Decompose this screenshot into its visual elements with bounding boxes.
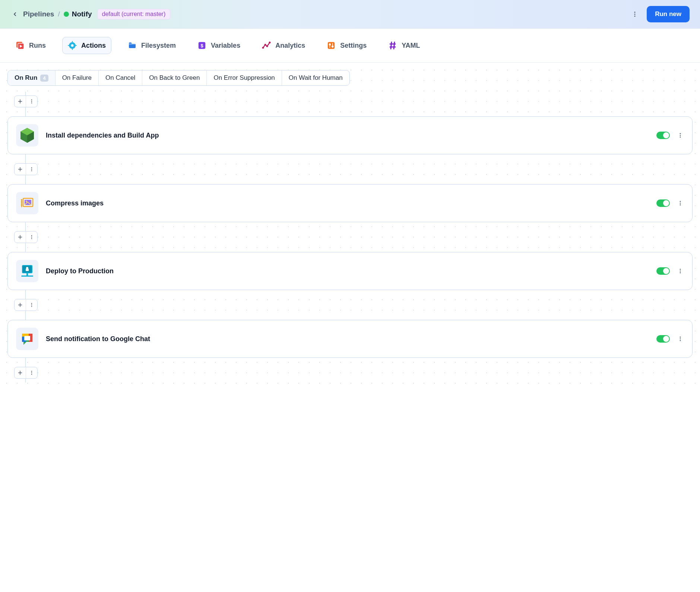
- header-more-button[interactable]: [628, 7, 642, 21]
- svg-point-65: [31, 306, 32, 307]
- trigger-on-failure[interactable]: On Failure: [56, 70, 99, 85]
- svg-point-41: [31, 169, 32, 170]
- add-action-bar: [14, 231, 38, 243]
- svg-point-35: [680, 133, 681, 134]
- svg-point-63: [31, 303, 32, 304]
- tab-label: Filesystem: [141, 42, 176, 50]
- back-button[interactable]: [10, 10, 19, 19]
- add-action-button[interactable]: [15, 96, 26, 107]
- action-card[interactable]: Compress images: [7, 184, 693, 222]
- trigger-tabs: On Run 4 On Failure On Cancel On Back to…: [7, 70, 350, 86]
- action-card[interactable]: Install dependencies and Build App: [7, 116, 693, 154]
- hash-icon: [388, 41, 397, 50]
- action-more-button[interactable]: [677, 334, 684, 344]
- tab-variables[interactable]: $ Variables: [192, 37, 246, 54]
- svg-rect-11: [75, 45, 77, 46]
- trigger-on-cancel[interactable]: On Cancel: [99, 70, 142, 85]
- play-stack-icon: [16, 41, 25, 50]
- svg-point-40: [31, 167, 32, 168]
- plus-icon: [18, 167, 23, 172]
- compress-image-icon: [16, 192, 38, 214]
- action-card[interactable]: Send notification to Google Chat: [7, 320, 693, 358]
- tab-runs[interactable]: Runs: [10, 37, 51, 54]
- svg-point-37: [680, 136, 681, 138]
- add-action-button[interactable]: [15, 367, 26, 378]
- add-action-more-button[interactable]: [26, 164, 37, 175]
- dots-vertical-icon: [29, 302, 34, 308]
- svg-point-1: [634, 14, 636, 15]
- action-card-controls: [656, 198, 684, 208]
- trigger-label: On Wait for Human: [289, 74, 343, 82]
- status-dot-icon: [64, 12, 69, 17]
- svg-line-25: [391, 42, 392, 49]
- svg-point-59: [680, 271, 681, 272]
- svg-point-36: [680, 135, 681, 136]
- folder-icon: [128, 41, 137, 50]
- svg-point-14: [262, 47, 264, 49]
- svg-point-31: [31, 103, 32, 103]
- svg-rect-9: [72, 48, 73, 50]
- add-action-button[interactable]: [15, 232, 26, 243]
- tab-yaml[interactable]: YAML: [383, 37, 425, 54]
- svg-point-30: [31, 101, 32, 102]
- trigger-on-error-suppression[interactable]: On Error Suppression: [207, 70, 282, 85]
- add-action-more-button[interactable]: [26, 232, 37, 243]
- action-card[interactable]: Deploy to Production: [7, 252, 693, 290]
- svg-point-0: [634, 12, 636, 13]
- dots-vertical-icon: [29, 167, 34, 172]
- action-card-controls: [656, 130, 684, 141]
- dots-vertical-icon: [677, 336, 683, 342]
- deploy-server-icon: [16, 260, 38, 282]
- dots-vertical-icon: [29, 234, 34, 240]
- action-enabled-toggle[interactable]: [656, 199, 670, 207]
- svg-point-29: [31, 100, 32, 100]
- svg-rect-18: [328, 42, 335, 49]
- header-right: Run new: [628, 6, 690, 22]
- svg-point-52: [31, 237, 32, 237]
- tab-settings[interactable]: Settings: [322, 37, 372, 54]
- action-enabled-toggle[interactable]: [656, 132, 670, 139]
- tab-analytics[interactable]: Analytics: [257, 37, 310, 54]
- add-action-button[interactable]: [15, 299, 26, 311]
- svg-point-72: [680, 340, 681, 341]
- action-more-button[interactable]: [677, 198, 684, 208]
- svg-point-45: [26, 201, 27, 202]
- breadcrumb-root[interactable]: Pipelines: [23, 10, 54, 18]
- trigger-on-wait-for-human[interactable]: On Wait for Human: [282, 70, 349, 85]
- dots-vertical-icon: [677, 132, 683, 138]
- run-new-button[interactable]: Run new: [647, 6, 690, 22]
- dots-vertical-icon: [677, 200, 683, 206]
- branch-chip[interactable]: default (current: master): [97, 9, 171, 19]
- plus-icon: [18, 234, 23, 240]
- trigger-label: On Back to Green: [149, 74, 200, 82]
- trigger-on-run[interactable]: On Run 4: [8, 70, 56, 85]
- svg-text:$: $: [201, 43, 203, 48]
- add-action-more-button[interactable]: [26, 299, 37, 311]
- svg-point-2: [634, 16, 636, 17]
- breadcrumb-separator: /: [58, 10, 60, 18]
- tab-filesystem[interactable]: Filesystem: [123, 37, 181, 54]
- action-more-button[interactable]: [677, 130, 684, 141]
- trigger-label: On Error Suppression: [213, 74, 275, 82]
- add-action-more-button[interactable]: [26, 96, 37, 107]
- svg-point-17: [269, 42, 271, 44]
- action-more-button[interactable]: [677, 266, 684, 276]
- trigger-label: On Failure: [62, 74, 92, 82]
- svg-point-70: [680, 337, 681, 338]
- tab-actions[interactable]: Actions: [62, 37, 111, 54]
- action-enabled-toggle[interactable]: [656, 335, 670, 343]
- add-action-button[interactable]: [15, 164, 26, 175]
- trigger-on-back-to-green[interactable]: On Back to Green: [142, 70, 207, 85]
- trigger-label: On Cancel: [105, 74, 135, 82]
- action-enabled-toggle[interactable]: [656, 267, 670, 275]
- dollar-block-icon: $: [197, 41, 206, 50]
- breadcrumb-current: Notify: [72, 10, 92, 18]
- add-action-more-button[interactable]: [26, 367, 37, 378]
- svg-rect-56: [26, 273, 28, 275]
- chevron-left-icon: [12, 11, 18, 17]
- svg-point-64: [31, 305, 32, 305]
- svg-point-16: [266, 45, 268, 47]
- svg-point-15: [265, 44, 266, 46]
- svg-point-51: [31, 235, 32, 236]
- action-card-controls: [656, 266, 684, 276]
